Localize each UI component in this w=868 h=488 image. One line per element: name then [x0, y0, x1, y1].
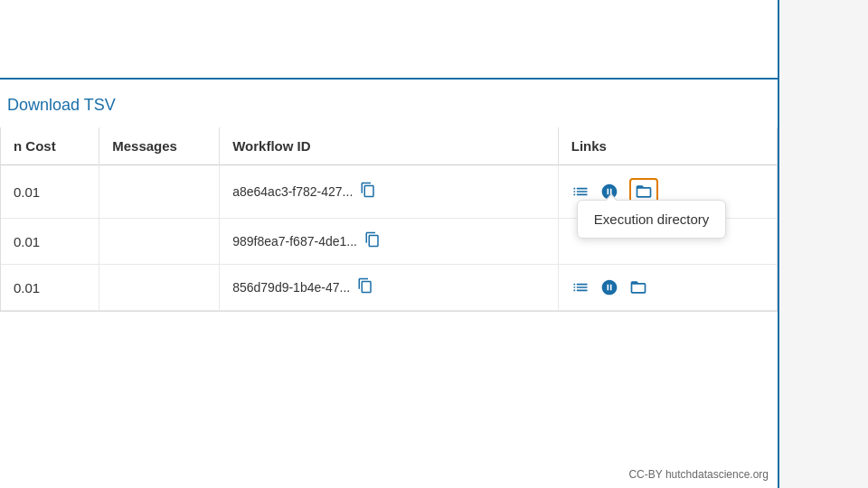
- main-table: n Cost Messages Workflow ID Links 0.01 a…: [1, 127, 777, 311]
- cell-cost-3: 0.01: [1, 265, 99, 311]
- cell-messages-1: [99, 165, 220, 219]
- workflow-id-text-2: 989f8ea7-f687-4de1...: [232, 234, 357, 249]
- copy-icon-1[interactable]: [360, 182, 376, 202]
- right-sidebar: [778, 0, 868, 488]
- tooltip-text: Execution directory: [594, 211, 710, 227]
- page-wrapper: Download TSV n Cost Messages Workflow ID…: [0, 0, 868, 488]
- footer: CC-BY hutchdatascience.org: [628, 468, 769, 481]
- workflow-id-text-3: 856d79d9-1b4e-47...: [232, 280, 350, 295]
- table-header-row: n Cost Messages Workflow ID Links: [1, 127, 777, 165]
- download-section: Download TSV: [0, 80, 868, 127]
- folder-icon-3[interactable]: [629, 278, 647, 296]
- list-icon-1[interactable]: [571, 183, 590, 201]
- workflow-id-text-1: a8e64ac3-f782-427...: [232, 184, 353, 199]
- dashboard-icon-3[interactable]: [600, 278, 618, 296]
- cell-workflow-2: 989f8ea7-f687-4de1...: [220, 219, 559, 265]
- col-header-cost: n Cost: [1, 127, 99, 165]
- footer-license: CC-BY: [628, 468, 662, 481]
- cell-messages-3: [99, 265, 220, 311]
- copy-icon-3[interactable]: [357, 277, 373, 297]
- copy-icon-2[interactable]: [364, 231, 381, 251]
- download-tsv-link[interactable]: Download TSV: [4, 96, 119, 114]
- col-header-workflow-id: Workflow ID: [220, 127, 559, 165]
- cell-cost-2: 0.01: [1, 219, 99, 265]
- list-icon-3[interactable]: [571, 278, 590, 296]
- cell-workflow-1: a8e64ac3-f782-427...: [220, 165, 559, 219]
- footer-site: hutchdatascience.org: [665, 468, 769, 481]
- cell-messages-2: [99, 219, 220, 265]
- cell-workflow-3: 856d79d9-1b4e-47...: [220, 265, 559, 311]
- cell-links-1: Execution directory: [558, 165, 777, 219]
- links-cell-3: [571, 278, 764, 296]
- cell-links-3: [558, 265, 777, 311]
- col-header-messages: Messages: [99, 127, 220, 165]
- table-container: n Cost Messages Workflow ID Links 0.01 a…: [0, 127, 778, 312]
- col-header-links: Links: [558, 127, 777, 165]
- top-bar: [0, 0, 778, 80]
- cell-cost-1: 0.01: [1, 165, 99, 219]
- table-row: 0.01 a8e64ac3-f782-427...: [1, 165, 777, 219]
- table-row: 0.01 856d79d9-1b4e-47...: [1, 265, 777, 311]
- execution-directory-tooltip: Execution directory: [577, 200, 727, 239]
